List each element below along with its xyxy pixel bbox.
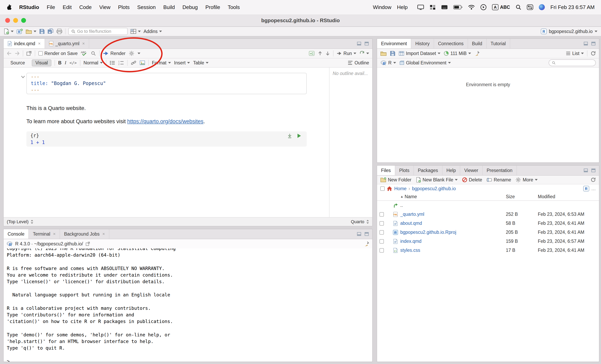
tab-tutorial[interactable]: Tutorial xyxy=(487,39,510,48)
menubar-item-tools[interactable]: Tools xyxy=(228,4,240,10)
maximize-pane-icon[interactable] xyxy=(364,41,369,46)
open-directory-icon[interactable] xyxy=(86,242,90,246)
project-menu-button[interactable]: R bgpopescu2.github.io xyxy=(541,29,597,34)
menubar-item-profile[interactable]: Profile xyxy=(205,4,220,10)
apple-icon[interactable] xyxy=(6,4,12,10)
file-checkbox[interactable] xyxy=(380,230,384,235)
file-checkbox[interactable] xyxy=(380,239,384,243)
file-link[interactable]: bgpopescu2.github.io.Rproj xyxy=(400,230,506,235)
menubar-item-session[interactable]: Session xyxy=(137,4,156,10)
file-link[interactable]: styles.css xyxy=(400,248,506,253)
menubar-item-code[interactable]: Code xyxy=(79,4,91,10)
tab-connections[interactable]: Connections xyxy=(434,39,468,48)
stage-manager-icon[interactable] xyxy=(430,5,436,10)
file-checkbox[interactable] xyxy=(380,221,384,226)
run-button[interactable]: Run xyxy=(337,51,356,56)
input-source-menu[interactable]: A ABC xyxy=(492,4,510,10)
bullet-list-icon[interactable] xyxy=(110,61,115,65)
render-settings-gear-icon[interactable] xyxy=(129,51,134,56)
minimize-pane-icon[interactable] xyxy=(357,41,361,46)
tab-quarto-yml[interactable]: YML _quarto.yml × xyxy=(45,39,89,48)
tab-history[interactable]: History xyxy=(411,39,434,48)
menubar-item-build[interactable]: Build xyxy=(163,4,175,10)
menubar-item-view[interactable]: View xyxy=(99,4,110,10)
format-dropdown[interactable]: Format xyxy=(152,60,171,66)
tab-environment[interactable]: Environment xyxy=(377,39,411,48)
clear-console-broom-icon[interactable] xyxy=(364,241,370,246)
jump-previous-icon[interactable] xyxy=(318,51,322,56)
file-row[interactable]: index.qmd 159 B Feb 23, 2024, 6:57 AM xyxy=(377,237,599,246)
file-row[interactable]: { } styles.css 17 B Feb 23, 2024, 6:41 A… xyxy=(377,246,599,255)
italic-button[interactable]: I xyxy=(65,60,66,65)
overflow-ellipsis[interactable]: … xyxy=(591,186,596,192)
load-workspace-icon[interactable] xyxy=(380,51,387,56)
memory-usage-button[interactable]: 111 MiB xyxy=(444,51,471,56)
numbered-list-icon[interactable]: 12 xyxy=(118,61,124,65)
file-row[interactable]: YML _quarto.yml 252 B Feb 23, 2024, 6:53… xyxy=(377,210,599,219)
new-blank-file-button[interactable]: New Blank File xyxy=(416,177,458,182)
close-tab-icon[interactable]: × xyxy=(38,41,40,46)
menubar-app-name[interactable]: RStudio xyxy=(19,4,39,10)
tab-build[interactable]: Build xyxy=(468,39,487,48)
siri-icon[interactable] xyxy=(539,4,545,10)
file-row[interactable]: R bgpopescu2.github.io.Rproj 205 B Feb 2… xyxy=(377,228,599,237)
control-center-icon[interactable] xyxy=(527,4,533,10)
yaml-metadata-block[interactable]: --- title: "Bogdan G. Popescu" --- xyxy=(26,73,307,94)
popout-icon[interactable] xyxy=(26,51,32,56)
display-icon[interactable] xyxy=(417,5,424,10)
run-chunk-icon[interactable] xyxy=(297,133,301,138)
import-dataset-button[interactable]: Import Dataset xyxy=(399,51,441,56)
save-all-button[interactable] xyxy=(48,28,54,34)
menubar-item-help[interactable]: Help xyxy=(397,4,408,10)
close-tab-icon[interactable]: × xyxy=(53,231,56,237)
new-file-button[interactable] xyxy=(4,28,14,34)
addins-button[interactable]: Addins xyxy=(144,29,162,34)
maximize-pane-icon[interactable] xyxy=(591,168,596,172)
minimize-window-button[interactable] xyxy=(13,18,18,23)
save-button[interactable] xyxy=(39,29,45,34)
breadcrumb-project-link[interactable]: bgpopescu2.github.io xyxy=(412,186,456,192)
maximize-pane-icon[interactable] xyxy=(591,41,596,46)
link-icon[interactable] xyxy=(131,61,136,65)
console-output-area[interactable]: Copyright (C) 2023 The R Foundation for … xyxy=(4,248,372,362)
pane-layout-button[interactable] xyxy=(130,29,141,34)
save-workspace-icon[interactable] xyxy=(390,51,395,56)
tab-console[interactable]: Console xyxy=(4,229,29,239)
find-replace-icon[interactable] xyxy=(91,51,96,56)
rerun-button[interactable] xyxy=(360,51,369,56)
refresh-files-icon[interactable] xyxy=(591,177,596,182)
column-header-name[interactable]: ▲ Name xyxy=(400,194,506,199)
language-selector[interactable]: R R xyxy=(380,60,396,66)
insert-chunk-button[interactable]: +C xyxy=(309,51,315,56)
play-circle-icon[interactable] xyxy=(481,4,486,10)
tab-help[interactable]: Help xyxy=(442,166,460,175)
clear-environment-broom-icon[interactable] xyxy=(474,51,480,56)
environment-search[interactable] xyxy=(549,59,596,66)
menubar-item-edit[interactable]: Edit xyxy=(63,4,72,10)
updir-link[interactable]: .. xyxy=(400,202,506,208)
minimize-pane-icon[interactable] xyxy=(583,168,588,172)
zoom-window-button[interactable] xyxy=(21,18,26,23)
delete-file-button[interactable]: Delete xyxy=(462,177,482,182)
tab-background-jobs[interactable]: Background Jobs × xyxy=(60,229,109,239)
minimize-pane-icon[interactable] xyxy=(357,232,361,236)
list-view-dropdown[interactable]: List xyxy=(566,51,584,56)
maximize-pane-icon[interactable] xyxy=(364,232,369,236)
forward-icon[interactable] xyxy=(15,51,20,56)
goto-file-search[interactable] xyxy=(68,28,128,35)
environment-search-input[interactable] xyxy=(557,60,593,65)
run-chunks-above-icon[interactable] xyxy=(288,133,292,138)
goto-file-input[interactable] xyxy=(77,29,125,34)
column-header-size[interactable]: Size xyxy=(506,194,538,199)
filetype-selector[interactable]: Quarto xyxy=(351,219,369,224)
close-tab-icon[interactable]: × xyxy=(82,41,85,46)
paragraph-style-dropdown[interactable]: Normal xyxy=(84,60,103,66)
spotlight-icon[interactable] xyxy=(516,4,521,10)
more-file-actions-button[interactable]: More xyxy=(515,177,537,182)
back-icon[interactable] xyxy=(7,51,12,56)
new-project-button[interactable]: R xyxy=(16,29,23,34)
file-checkbox[interactable] xyxy=(380,212,384,217)
quarto-docs-link[interactable]: https://quarto.org/docs/websites xyxy=(127,118,203,124)
menubar-item-debug[interactable]: Debug xyxy=(182,4,198,10)
wifi-icon[interactable] xyxy=(468,5,475,10)
